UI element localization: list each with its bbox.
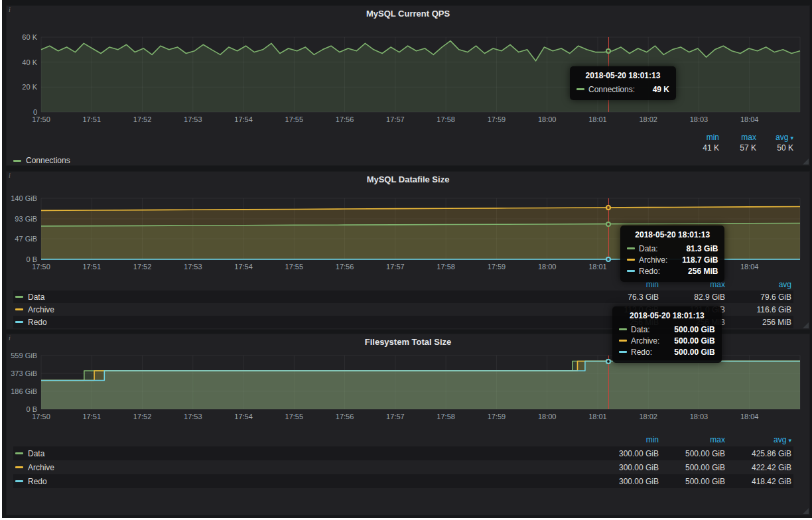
legend-series-redo[interactable]: Redo (15, 318, 592, 327)
tooltip-row-data: Data: 500.00 GiB (619, 324, 715, 335)
x-tick-label: 17:56 (336, 413, 354, 421)
tooltip-filesystem: 2018-05-20 18:01:13 Data: 500.00 GiB Arc… (612, 306, 722, 363)
panel-resize-handle[interactable] (803, 159, 809, 164)
legend-header-avg[interactable]: avg▾ (756, 133, 793, 142)
y-tick-label: 60 K (22, 33, 37, 41)
series-color-dash (15, 452, 23, 454)
x-tick-label: 18:00 (538, 413, 557, 421)
tooltip-series-label: Data: (631, 325, 650, 334)
x-tick-label: 17:55 (285, 115, 304, 123)
x-tick-label: 18:03 (690, 413, 709, 421)
legend-series-archive[interactable]: Archive (15, 305, 592, 314)
x-tick-label: 17:58 (437, 413, 455, 421)
x-tick-label: 17:58 (437, 115, 455, 123)
legend-avg-value: 116.6 GiB (725, 305, 791, 314)
x-tick-label: 18:04 (740, 115, 759, 123)
panel-info-icon[interactable]: i (9, 334, 11, 342)
x-tick-label: 17:51 (83, 263, 102, 271)
panel-info-icon[interactable]: i (9, 6, 11, 13)
x-tick-label: 17:58 (437, 263, 455, 271)
tooltip-series-label: Archive: (639, 255, 667, 265)
tooltip-qps: 2018-05-20 18:01:13 Connections: 49 K (570, 66, 676, 100)
tooltip-series-label: Archive: (631, 336, 659, 346)
y-tick-label: 373 GiB (11, 369, 37, 377)
legend-row-data: Data 300.00 GiB 500.00 GiB 425.86 GiB (13, 446, 793, 460)
tooltip-series-value: 81.3 GiB (675, 244, 718, 253)
legend-header-min[interactable]: min (682, 133, 719, 142)
panel-title[interactable]: MySQL Datafile Size (7, 174, 809, 184)
legend-series-label: Redo (28, 318, 47, 327)
panel-title[interactable]: MySQL Current QPS (7, 9, 809, 19)
sort-caret-icon: ▾ (790, 135, 793, 141)
series-color-dash (627, 247, 635, 249)
legend-header-max[interactable]: max (659, 435, 725, 444)
plot-area-qps[interactable]: 020 K40 K60 K 17:5017:5117:5217:5317:541… (41, 37, 800, 112)
legend-header-row: min max avg▾ (13, 132, 793, 143)
panel-resize-handle[interactable] (803, 322, 809, 328)
series-color-dash (619, 328, 627, 330)
legend-qps: min max avg▾ 41 K 57 K 50 K Connections (13, 132, 793, 166)
panel-resize-handle[interactable] (803, 508, 809, 514)
x-tick-label: 17:56 (336, 115, 354, 123)
legend-series-data[interactable]: Data (15, 449, 592, 458)
x-tick-label: 18:01 (588, 115, 607, 123)
legend-header-avg[interactable]: avg▾ (725, 435, 791, 444)
x-tick-label: 18:01 (588, 263, 607, 271)
legend-series-redo[interactable]: Redo (15, 477, 592, 486)
x-tick-label: 17:53 (184, 413, 202, 421)
plot-area-filesystem[interactable]: 0 B186 GiB373 GiB559 GiB 17:5017:5117:52… (41, 356, 800, 409)
legend-max-value: 500.00 GiB (659, 463, 725, 472)
x-tick-label: 18:00 (538, 263, 557, 271)
y-tick-label: 40 K (22, 58, 37, 66)
series-color-dash (627, 270, 635, 272)
series-color-dash (15, 480, 23, 482)
x-tick-label: 17:50 (32, 413, 50, 421)
legend-avg-value: 425.86 GiB (725, 449, 791, 458)
legend-min-value: 300.00 GiB (592, 449, 659, 458)
legend-header-avg[interactable]: avg (725, 280, 791, 289)
x-tick-label: 17:57 (386, 263, 405, 271)
legend-series-label: Data (28, 292, 44, 302)
x-tick-label: 17:54 (234, 263, 253, 271)
x-tick-label: 17:59 (488, 263, 506, 271)
legend-series-archive[interactable]: Archive (15, 463, 592, 472)
series-color-dash (13, 160, 21, 162)
filesystem-line-chart (41, 356, 800, 409)
qps-line-chart (41, 37, 800, 112)
sort-caret-icon: ▾ (788, 437, 791, 444)
legend-avg-value: 256 MiB (725, 318, 791, 327)
x-tick-label: 18:00 (538, 115, 557, 123)
y-tick-label: 140 GiB (11, 194, 37, 202)
x-tick-label: 17:54 (234, 115, 253, 123)
x-tick-label: 18:02 (639, 115, 657, 123)
legend-header-min[interactable]: min (592, 435, 659, 444)
legend-series-connections[interactable]: Connections (13, 155, 793, 166)
legend-max-value: 500.00 GiB (659, 449, 725, 458)
legend-series-label: Connections (26, 156, 70, 165)
x-axis: 17:5017:5117:5217:5317:5417:5517:5617:57… (41, 112, 800, 124)
y-tick-label: 559 GiB (11, 352, 37, 359)
series-fill-redo (41, 361, 800, 409)
y-axis: 0 B186 GiB373 GiB559 GiB (8, 356, 37, 409)
tooltip-series-value: 256 MiB (677, 267, 718, 276)
tooltip-timestamp: 2018-05-20 18:01:13 (576, 71, 669, 80)
x-axis: 17:5017:5117:5217:5317:5417:5517:5617:57… (41, 409, 800, 421)
series-color-dash (619, 340, 627, 342)
x-tick-label: 17:59 (488, 413, 506, 421)
legend-series-data[interactable]: Data (15, 292, 592, 302)
grafana-dashboard: i MySQL Current QPS 020 K40 K60 K 17:501… (2, 0, 812, 518)
legend-header-max[interactable]: max (719, 133, 756, 142)
legend-avg-value: 422.42 GiB (725, 463, 791, 472)
x-tick-label: 17:55 (285, 413, 304, 421)
tooltip-series-label: Redo: (639, 267, 660, 276)
tooltip-row-archive: Archive: 118.7 GiB (627, 254, 718, 265)
tooltip-series-value: 118.7 GiB (671, 255, 718, 265)
legend-max-value: 82.9 GiB (659, 292, 725, 302)
legend-header-avg-label: avg (776, 133, 788, 142)
x-tick-label: 18:04 (740, 263, 759, 271)
x-tick-label: 18:04 (740, 413, 759, 421)
x-tick-label: 18:03 (690, 115, 709, 123)
x-tick-label: 18:02 (639, 413, 657, 421)
legend-min-value: 300.00 GiB (592, 477, 659, 486)
panel-info-icon[interactable]: i (9, 172, 11, 179)
